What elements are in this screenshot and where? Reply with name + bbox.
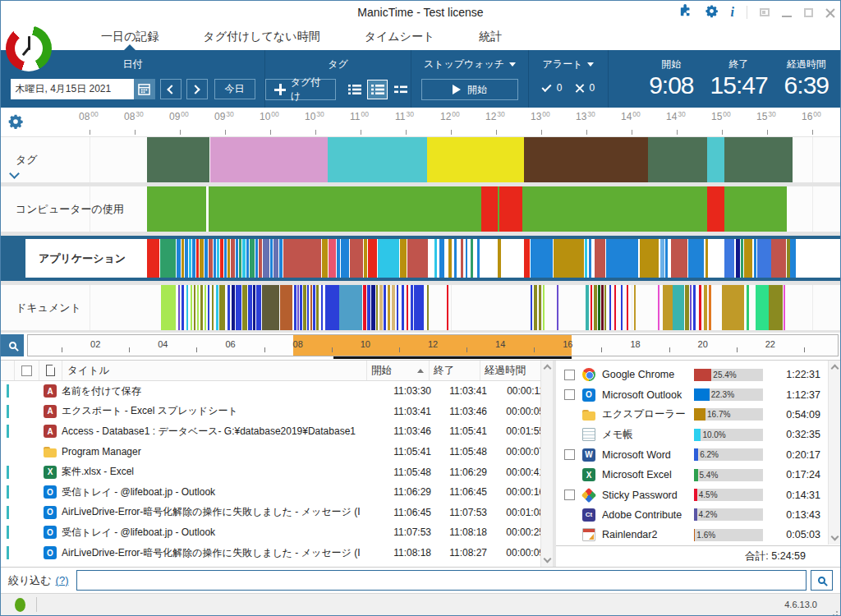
timeline-segment[interactable] [402, 285, 404, 330]
timeline-segment[interactable] [200, 239, 204, 278]
timeline-segment[interactable] [364, 239, 367, 278]
calendar-button[interactable] [134, 79, 155, 99]
timeline-segment[interactable] [660, 239, 664, 278]
timeline-segment[interactable] [747, 285, 749, 330]
timeline-segment[interactable] [601, 285, 604, 330]
timeline-segment[interactable] [350, 239, 363, 278]
timeline-segment[interactable] [236, 285, 241, 330]
scrubber-strip[interactable]: 0204060810121416182022 [27, 334, 839, 356]
timeline-segment[interactable] [736, 239, 740, 278]
timeline-segment[interactable] [209, 186, 481, 232]
tab-timesheet[interactable]: タイムシート [342, 24, 457, 50]
timeline-segment[interactable] [232, 285, 235, 330]
view-list-grouped-button[interactable] [367, 80, 388, 99]
timeline-segment[interactable] [197, 285, 199, 330]
timeline-segment[interactable] [609, 285, 611, 330]
timeline-segment[interactable] [239, 239, 241, 278]
timeline-settings-gear-icon[interactable] [7, 113, 24, 132]
application-row[interactable]: メモ帳10.0%0:32:35 [556, 425, 840, 444]
timeline-segment[interactable] [756, 285, 769, 330]
timeline-segment[interactable] [242, 285, 247, 330]
timeline-segment[interactable] [182, 239, 184, 278]
timeline-segment[interactable] [328, 137, 427, 182]
select-all-checkbox[interactable] [14, 361, 39, 380]
checkbox-icon[interactable] [564, 449, 575, 460]
resize-grip[interactable] [836, 611, 838, 613]
plugins-icon[interactable] [678, 4, 692, 21]
timeline-segment[interactable] [367, 285, 370, 330]
timeline-segment[interactable] [263, 239, 269, 278]
timeline-segment[interactable] [248, 285, 252, 330]
timeline-segment[interactable] [705, 239, 708, 278]
timeline-segment[interactable] [186, 285, 188, 330]
timeline-segment[interactable] [189, 239, 191, 278]
view-list-compact-button[interactable] [390, 80, 411, 99]
timeline-segment[interactable] [724, 137, 793, 182]
timeline-segment[interactable] [205, 239, 208, 278]
alerts-dropdown[interactable]: アラート [543, 57, 595, 71]
application-row[interactable]: Rainlendar21.6%0:05:03 [556, 525, 840, 545]
timeline-segment[interactable] [227, 285, 230, 330]
timeline-segment[interactable] [209, 239, 213, 278]
timeline-segment[interactable] [253, 285, 255, 330]
table-row[interactable]: OAirLiveDrive-Error-暗号化解除の操作に失敗しました - メッ… [1, 543, 553, 563]
timeline-segment[interactable] [341, 239, 349, 278]
timeline-segment[interactable] [177, 239, 181, 278]
timeline-segment[interactable] [256, 285, 261, 330]
table-row[interactable]: O受信トレイ - @lifeboat.jp - Outlook11:06:291… [1, 482, 553, 503]
timeline-segment[interactable] [231, 239, 235, 278]
timeline-segment[interactable] [192, 239, 195, 278]
timeline-segment[interactable] [219, 285, 225, 330]
timeline-segment[interactable] [376, 285, 378, 330]
timeline-segment[interactable] [707, 186, 724, 232]
timeline-segment[interactable] [259, 239, 262, 278]
scroll-down-icon[interactable] [543, 555, 551, 563]
timeline-segment[interactable] [722, 285, 744, 330]
timeline-segment[interactable] [368, 239, 377, 278]
timeline-segment[interactable] [208, 285, 209, 330]
applications-scrollbar[interactable] [828, 361, 840, 545]
timeline-segment[interactable] [614, 285, 616, 330]
timeline-segment[interactable] [754, 239, 756, 278]
timeline-segment[interactable] [658, 285, 659, 330]
timeline-segment[interactable] [598, 285, 600, 330]
timeline-segment[interactable] [160, 239, 176, 278]
timeline-segment[interactable] [522, 186, 707, 232]
timeline-segment[interactable] [400, 239, 407, 278]
scroll-up-icon[interactable] [543, 365, 551, 373]
tab-statistics[interactable]: 統計 [457, 24, 524, 50]
application-row[interactable]: Sticky Password4.5%0:14:31 [556, 485, 840, 504]
timeline-segment[interactable] [427, 285, 429, 330]
timeline-segment[interactable] [262, 285, 279, 330]
timeline-segment[interactable] [279, 239, 283, 278]
table-row[interactable]: O受信トレイ - @lifeboat.jp - Outlook11:07:531… [1, 522, 553, 543]
checkbox-icon[interactable] [564, 389, 575, 400]
timeline-segment[interactable] [321, 285, 323, 330]
timeline-segment[interactable] [212, 285, 214, 330]
timeline-segment[interactable] [554, 239, 584, 278]
timeline-segment[interactable] [434, 239, 437, 278]
timeline-segment[interactable] [196, 239, 199, 278]
table-row[interactable]: A名前を付けて保存11:03:3011:03:4100:00:11 [1, 381, 553, 402]
timeline-segment[interactable] [585, 239, 587, 278]
timeline-segment[interactable] [280, 285, 292, 330]
timeline-segment[interactable] [384, 285, 386, 330]
timeline-segment[interactable] [191, 285, 192, 330]
timeline-segment[interactable] [454, 239, 457, 278]
document-column-header[interactable] [39, 361, 62, 380]
table-row[interactable]: X案件.xlsx - Excel11:05:4811:06:2900:00:41 [1, 462, 553, 482]
timeline-segment[interactable] [448, 239, 452, 278]
timeline-segment[interactable] [524, 239, 530, 278]
timeline-segment[interactable] [595, 239, 605, 278]
scroll-up-icon[interactable] [830, 365, 839, 373]
timeline-segment[interactable] [471, 239, 473, 278]
timeline-segment[interactable] [648, 137, 707, 182]
tab-untagged-time[interactable]: タグ付けしてない時間 [181, 24, 342, 50]
timeline-segment[interactable] [313, 285, 315, 330]
timeline-segment[interactable] [242, 239, 246, 278]
timeline-segment[interactable] [182, 285, 184, 330]
timeline-segment[interactable] [427, 137, 524, 182]
table-row[interactable]: O [1, 563, 553, 567]
timeline-segment[interactable] [210, 137, 328, 182]
timeline-segment[interactable] [673, 285, 684, 330]
